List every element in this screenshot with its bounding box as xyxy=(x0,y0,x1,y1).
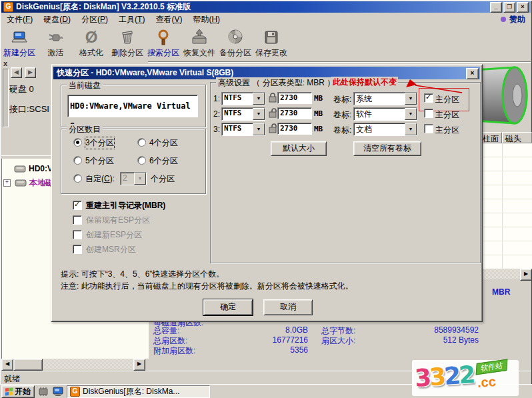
close-button[interactable]: × xyxy=(517,2,529,13)
dialog-tip: 提示: 可按下“3、4、5、6”快速选择分区个数。 xyxy=(61,269,224,280)
disk-cylinder-graphic[interactable] xyxy=(475,65,532,126)
row2-unit: MB xyxy=(314,109,323,118)
lock-open-icon[interactable] xyxy=(269,123,278,133)
chevron-down-icon: ▼ xyxy=(405,123,417,135)
toolbar-recover-files-button[interactable]: 恢复文件 xyxy=(181,27,217,59)
current-disk-group: 当前磁盘 HD0:VMware,VMware Virtual S xyxy=(61,85,206,127)
window-titlebar: G DiskGenius[原名: DiskMan] V3.2.2010.5 标准… xyxy=(1,1,531,13)
row3-primary-checkbox[interactable] xyxy=(424,124,433,133)
rebuild-mbr-checkbox[interactable] xyxy=(73,201,82,210)
tree-horizontal-scrollbar[interactable]: ◀ ▶ xyxy=(1,359,145,369)
radio-3-partitions[interactable] xyxy=(73,138,82,147)
toolbar-backup-partition-button[interactable]: 备份分区 xyxy=(217,27,253,59)
annotation-highlight-rect xyxy=(419,88,469,111)
taskbar-task-diskgenius[interactable]: G DiskGenius[原名: DiskMa... xyxy=(67,385,210,398)
menu-partition[interactable]: 分区(P) xyxy=(76,13,113,27)
sponsor-link[interactable]: 赞助 xyxy=(501,14,525,25)
next-disk-button[interactable]: ▶ xyxy=(25,67,36,78)
dialog-close-button[interactable]: × xyxy=(466,68,479,79)
row1-size-input[interactable]: 2730 xyxy=(277,92,312,104)
radio-6-partitions-label[interactable]: 6个分区 xyxy=(149,155,178,167)
window-title: DiskGenius[原名: DiskMan] V3.2.2010.5 标准版 xyxy=(16,1,191,13)
cancel-button[interactable]: 取消 xyxy=(263,299,313,315)
lock-open-icon[interactable] xyxy=(269,108,278,118)
watermark-digits: 3322 xyxy=(414,361,475,392)
advanced-settings-group: 高级设置 （ 分区表类型: MBR ） 1: NTFS▼ 2730 MB 卷标:… xyxy=(210,82,481,263)
watermark-badge: 软件站 xyxy=(476,359,508,375)
row2-filesystem-combobox[interactable]: NTFS▼ xyxy=(221,107,265,121)
sponsor-dot-icon xyxy=(501,17,506,22)
radio-5-partitions[interactable] xyxy=(73,156,82,165)
menu-tools[interactable]: 工具(T) xyxy=(113,13,150,27)
nav-slider[interactable] xyxy=(3,69,9,127)
keep-esp-label: 保留现有ESP分区 xyxy=(86,215,150,226)
toolbar-delete-partition-button[interactable]: 删除分区 xyxy=(109,27,145,59)
dialog-title: 快速分区 - HD0:VMware,VMware Virtual S(8GB) xyxy=(57,67,233,79)
lock-closed-icon[interactable] xyxy=(269,93,277,103)
row2-primary-checkbox[interactable] xyxy=(424,109,433,118)
scroll-right-icon[interactable]: ▶ xyxy=(133,359,145,371)
partition-count-legend: 分区数目 xyxy=(67,124,103,135)
row3-volume-prefix: 卷标: xyxy=(333,125,351,136)
radio-custom-label[interactable]: 自定(C): xyxy=(85,173,115,185)
row1-number: 1: xyxy=(213,94,220,103)
clear-labels-button[interactable]: 清空所有卷标 xyxy=(353,141,421,156)
chevron-down-icon: ▼ xyxy=(253,123,265,135)
radio-4-partitions[interactable] xyxy=(137,138,146,147)
menu-file[interactable]: 文件(F) xyxy=(1,13,38,27)
scroll-left-icon[interactable]: ◀ xyxy=(1,359,13,371)
quicklaunch-display-icon[interactable] xyxy=(52,387,64,397)
toolbar-search-partition-button[interactable]: 搜索分区 xyxy=(145,27,181,59)
radio-3-partitions-label[interactable]: 3个分区 xyxy=(85,137,114,149)
radio-custom-count[interactable] xyxy=(73,174,82,183)
radio-5-partitions-label[interactable]: 5个分区 xyxy=(85,155,114,167)
toolbar-new-partition-button[interactable]: 新建分区 xyxy=(1,27,37,59)
expand-plus-icon[interactable]: + xyxy=(3,179,11,187)
radio-6-partitions[interactable] xyxy=(137,156,146,165)
menu-help[interactable]: 帮助(H) xyxy=(187,13,225,27)
laptop-icon xyxy=(11,27,28,47)
row1-volume-prefix: 卷标: xyxy=(333,94,351,105)
site-watermark: 3322 .cc 软件站 xyxy=(412,360,519,396)
ok-button[interactable]: 确定 xyxy=(203,299,253,315)
minimize-button[interactable]: _ xyxy=(490,2,502,13)
scrollbar-thumb[interactable] xyxy=(13,359,43,371)
chevron-down-icon: ▼ xyxy=(134,173,146,185)
row1-unit: MB xyxy=(314,94,323,103)
chevron-down-icon: ▼ xyxy=(253,108,265,120)
quicklaunch-chip-icon[interactable] xyxy=(37,387,49,397)
toolbar-activate-button[interactable]: 激活 xyxy=(37,27,73,59)
row3-primary-label[interactable]: 主分区 xyxy=(435,125,459,136)
rebuild-mbr-label[interactable]: 重建主引导记录(MBR) xyxy=(86,200,165,211)
toolbar-save-changes-button[interactable]: 保存更改 xyxy=(253,27,289,59)
row3-volume-combobox[interactable]: 文档▼ xyxy=(353,123,417,136)
toolbar-format-button[interactable]: Ø 格式化 xyxy=(73,27,109,59)
row2-volume-combobox[interactable]: 软件▼ xyxy=(353,107,417,121)
row3-filesystem-combobox[interactable]: NTFS▼ xyxy=(221,123,265,136)
menu-disk[interactable]: 硬盘(D) xyxy=(38,13,76,27)
toolbar: 新建分区 激活 Ø 格式化 删除分区 搜索分区 恢复文件 xyxy=(1,26,531,62)
menu-view[interactable]: 查看(V) xyxy=(150,13,187,27)
maximize-button[interactable]: ❐ xyxy=(503,2,515,13)
row1-volume-combobox[interactable]: 系统▼ xyxy=(353,92,417,105)
plug-icon xyxy=(47,27,64,47)
partition-count-group: 分区数目 3个分区 4个分区 5个分区 6个分区 自定(C): 2▼ 个分区 xyxy=(61,129,206,194)
current-disk-legend: 当前磁盘 xyxy=(67,80,103,91)
custom-count-combobox: 2▼ xyxy=(120,172,147,185)
panel-close-icon[interactable]: x xyxy=(3,59,7,67)
start-button[interactable]: 开始 xyxy=(1,385,35,398)
column-header-head[interactable]: 磁头 xyxy=(502,132,532,143)
row2-primary-label[interactable]: 主分区 xyxy=(435,109,459,121)
disk-interface-label: 接口:SCSI xyxy=(9,103,49,115)
row3-number: 3: xyxy=(213,125,220,134)
prev-disk-button[interactable]: ◀ xyxy=(11,67,22,78)
radio-4-partitions-label[interactable]: 4个分区 xyxy=(149,137,178,149)
row3-size-input[interactable]: 2730 xyxy=(277,123,312,135)
custom-count-suffix: 个分区 xyxy=(151,173,175,185)
default-size-button[interactable]: 默认大小 xyxy=(271,141,327,156)
scroll-right-icon[interactable]: ▶ xyxy=(520,269,532,281)
create-msr-label: 创建MSR分区 xyxy=(86,244,136,255)
row1-filesystem-combobox[interactable]: NTFS▼ xyxy=(221,92,265,105)
row2-size-input[interactable]: 2730 xyxy=(277,107,312,119)
quick-partition-dialog: 快速分区 - HD0:VMware,VMware Virtual S(8GB) … xyxy=(51,64,483,322)
